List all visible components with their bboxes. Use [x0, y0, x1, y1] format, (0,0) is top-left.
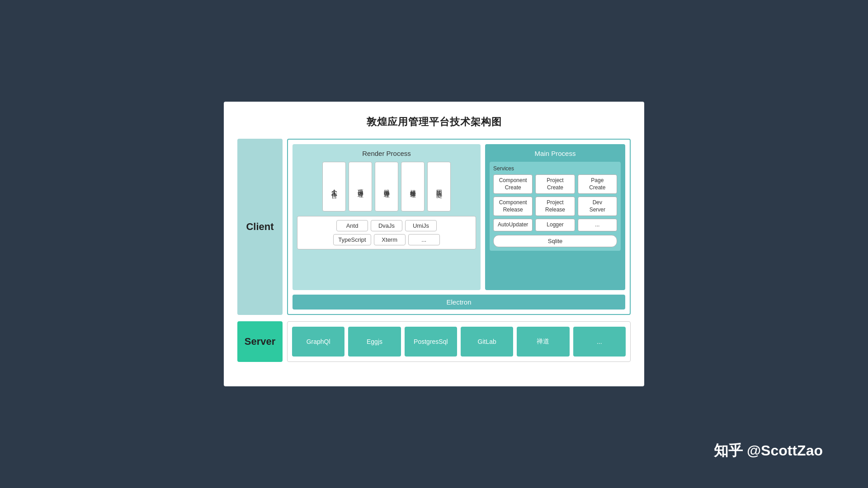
service-page-create: PageCreate	[578, 174, 617, 194]
slide-title: 敦煌应用管理平台技术架构图	[237, 115, 631, 129]
server-box: Server	[237, 321, 283, 362]
server-zendao: 禅道	[517, 327, 569, 357]
server-services: GraphQl Eggjs PostgresSql GitLab 禅道 ...	[287, 321, 631, 362]
server-more: ...	[573, 327, 626, 357]
service-more: ...	[578, 219, 617, 231]
processes-row: Render Process 个人工作台 项目管理 组件管理 模板管理 团队沉淀…	[292, 144, 625, 290]
client-box: Client	[237, 139, 283, 315]
server-eggjs: Eggjs	[348, 327, 401, 357]
service-dev-server: DevServer	[578, 197, 617, 216]
client-row: Client Render Process 个人工作台 项目管理 组件管理 模板…	[237, 139, 631, 315]
service-autoupdater: AutoUpdater	[493, 219, 533, 231]
services-container: Services ComponentCreate ProjectCreate P…	[490, 162, 621, 251]
panel-template: 模板管理	[401, 162, 425, 211]
services-grid: ComponentCreate ProjectCreate PageCreate…	[493, 174, 617, 231]
lib-row-2: TypeScript Xterm ...	[301, 234, 472, 245]
main-process-title: Main Process	[490, 150, 621, 157]
services-row-2: ComponentRelease ProjectRelease DevServe…	[493, 197, 617, 216]
sqlite-bar: Sqlite	[493, 235, 617, 247]
service-project-release: ProjectRelease	[535, 197, 575, 216]
panel-personal: 个人工作台	[322, 162, 346, 211]
lib-umiJs: UmiJs	[405, 220, 437, 231]
render-libs: Antd DvaJs UmiJs TypeScript Xterm ...	[297, 216, 476, 249]
service-component-release: ComponentRelease	[493, 197, 533, 216]
lib-typescript: TypeScript	[333, 234, 371, 245]
services-row-3: AutoUpdater Logger ...	[493, 219, 617, 231]
service-component-create: ComponentCreate	[493, 174, 533, 194]
lib-more: ...	[408, 234, 440, 245]
electron-container: Render Process 个人工作台 项目管理 组件管理 模板管理 团队沉淀…	[287, 139, 631, 315]
server-graphql: GraphQl	[292, 327, 344, 357]
main-content: Client Render Process 个人工作台 项目管理 组件管理 模板…	[237, 139, 631, 362]
render-panels: 个人工作台 项目管理 组件管理 模板管理 团队沉淀	[297, 162, 476, 211]
panel-team: 团队沉淀	[427, 162, 451, 211]
render-process-title: Render Process	[297, 150, 476, 157]
lib-dvajs: DvaJs	[371, 220, 402, 231]
server-postgresql: PostgresSql	[405, 327, 457, 357]
panel-component: 组件管理	[375, 162, 398, 211]
lib-row-1: Antd DvaJs UmiJs	[301, 220, 472, 231]
main-process: Main Process Services ComponentCreate Pr…	[485, 144, 625, 290]
panel-project: 项目管理	[349, 162, 372, 211]
server-gitlab: GitLab	[461, 327, 513, 357]
services-label: Services	[493, 165, 617, 172]
lib-xterm: Xterm	[374, 234, 406, 245]
slide: 敦煌应用管理平台技术架构图 Client Render Process 个人工作…	[224, 102, 644, 386]
server-row: Server GraphQl Eggjs PostgresSql GitLab …	[237, 321, 631, 362]
electron-bar: Electron	[292, 295, 625, 310]
services-row-1: ComponentCreate ProjectCreate PageCreate	[493, 174, 617, 194]
service-project-create: ProjectCreate	[535, 174, 575, 194]
lib-antd: Antd	[336, 220, 368, 231]
service-logger: Logger	[535, 219, 575, 231]
watermark: 知乎 @ScottZao	[714, 441, 823, 461]
render-process: Render Process 个人工作台 项目管理 组件管理 模板管理 团队沉淀…	[292, 144, 481, 290]
